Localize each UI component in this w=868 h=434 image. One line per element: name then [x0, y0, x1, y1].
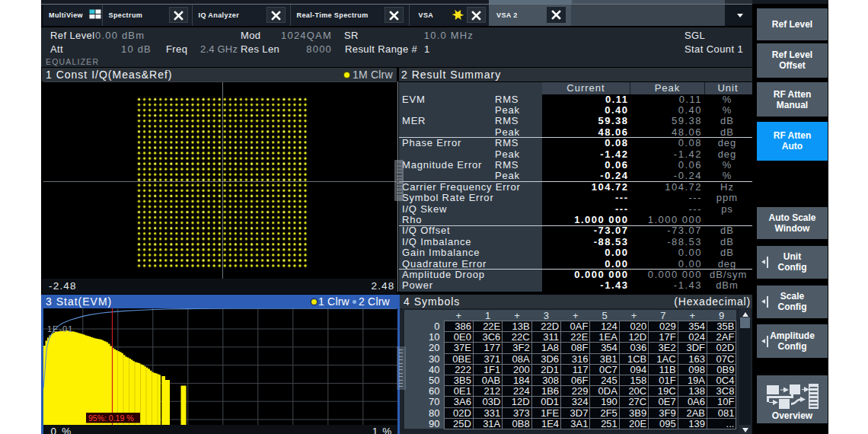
- svg-text:1E-01: 1E-01: [47, 324, 73, 333]
- svg-text:95%: 0.19 %: 95%: 0.19 %: [88, 413, 134, 423]
